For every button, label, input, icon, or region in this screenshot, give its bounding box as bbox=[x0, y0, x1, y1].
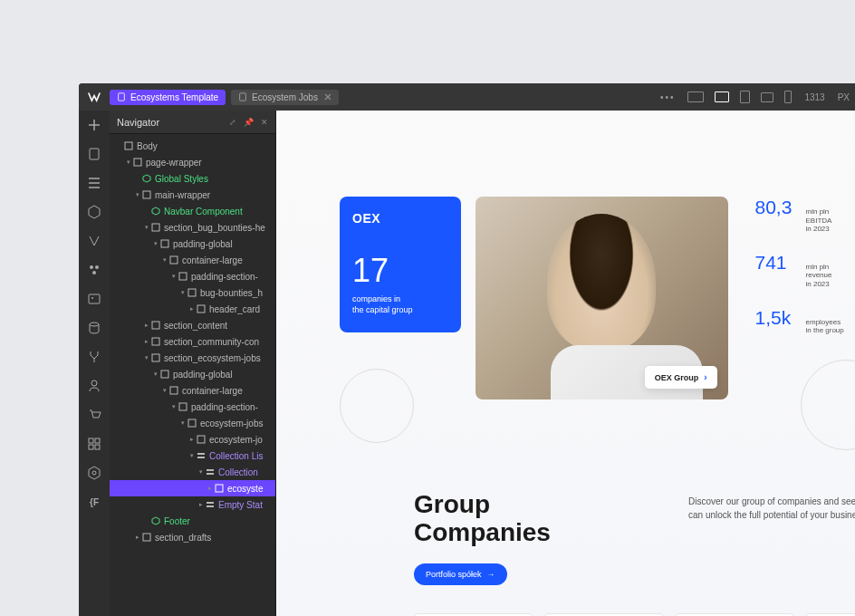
tab-ecosystem-jobs[interactable]: Ecosystem Jobs bbox=[231, 90, 339, 105]
tree-node-footer[interactable]: Footer bbox=[110, 513, 275, 529]
tree-node-section-ecosystem-jobs[interactable]: ▾section_ecosystem-jobs bbox=[110, 350, 275, 366]
tree-node-ecosystem-jobs[interactable]: ▾ecosystem-jobs bbox=[110, 415, 275, 431]
tree-node-label: section_community-con bbox=[164, 337, 259, 347]
tree-node-bug-bounties-h[interactable]: ▾bug-bounties_h bbox=[110, 284, 275, 301]
expand-arrow-icon[interactable]: ▾ bbox=[178, 419, 187, 427]
tree-node-ecosyste[interactable]: ▸ecosyste bbox=[110, 480, 275, 496]
variables-icon[interactable] bbox=[87, 234, 101, 248]
svg-point-9 bbox=[91, 380, 97, 386]
expand-arrow-icon[interactable]: ▸ bbox=[142, 322, 151, 329]
svg-rect-33 bbox=[197, 457, 205, 458]
tree-node-ecosystem-jo[interactable]: ▸ecosystem-jo bbox=[110, 431, 275, 448]
tree-node-label: Collection Lis bbox=[209, 451, 263, 461]
tree-node-section-community-con[interactable]: ▸section_community-con bbox=[110, 333, 275, 350]
collapse-icon[interactable]: ⤢ bbox=[229, 118, 236, 127]
expand-arrow-icon[interactable]: ▸ bbox=[142, 338, 151, 345]
expand-arrow-icon[interactable]: ▸ bbox=[197, 501, 206, 508]
expand-arrow-icon[interactable]: ▾ bbox=[160, 387, 169, 394]
mobile-icon[interactable] bbox=[784, 91, 792, 103]
pin-icon[interactable]: 📌 bbox=[244, 118, 254, 127]
expand-arrow-icon[interactable]: ▾ bbox=[160, 256, 169, 264]
tree-node-section-bug-bounties-he[interactable]: ▾section_bug_bounties-he bbox=[110, 219, 275, 236]
tab-label: Ecosystem Jobs bbox=[252, 92, 318, 102]
laptop-icon[interactable] bbox=[715, 91, 729, 102]
desktop-icon[interactable] bbox=[687, 91, 704, 102]
settings-icon[interactable] bbox=[87, 466, 101, 480]
box-icon bbox=[169, 255, 178, 265]
tree-node-header-card[interactable]: ▸header_card bbox=[110, 301, 275, 317]
expand-arrow-icon[interactable]: ▾ bbox=[187, 452, 197, 459]
tree-node-navbar-component[interactable]: Navbar Component bbox=[110, 203, 275, 219]
expand-arrow-icon[interactable]: ▾ bbox=[169, 273, 178, 280]
expand-arrow-icon[interactable]: ▾ bbox=[178, 289, 187, 296]
add-element-icon[interactable] bbox=[87, 118, 101, 132]
tree-node-padding-global[interactable]: ▾padding-global bbox=[110, 366, 275, 382]
more-menu-icon[interactable]: ••• bbox=[660, 92, 676, 102]
svg-point-5 bbox=[92, 271, 96, 274]
tree-node-body[interactable]: Body bbox=[110, 138, 275, 154]
expand-arrow-icon[interactable]: ▸ bbox=[133, 534, 142, 541]
style-icon[interactable] bbox=[87, 263, 101, 277]
tree-node-label: container-large bbox=[182, 386, 243, 396]
decorative-circle bbox=[340, 369, 414, 443]
tab-ecosystems-template[interactable]: Ecosystems Template bbox=[110, 90, 226, 105]
tree-node-label: main-wrapper bbox=[155, 190, 210, 200]
tree-node-label: section_bug_bounties-he bbox=[164, 223, 265, 233]
expand-arrow-icon[interactable]: ▸ bbox=[187, 436, 197, 443]
users-icon[interactable] bbox=[87, 379, 101, 393]
portfolio-button[interactable]: Portfolio spółek → bbox=[414, 563, 507, 585]
expand-arrow-icon[interactable]: ▸ bbox=[206, 485, 215, 492]
expand-arrow-icon[interactable]: ▸ bbox=[187, 305, 197, 313]
assets-icon[interactable] bbox=[87, 292, 101, 306]
expand-arrow-icon[interactable]: ▾ bbox=[197, 468, 206, 476]
expand-arrow-icon[interactable]: ▾ bbox=[142, 224, 151, 231]
close-icon[interactable] bbox=[324, 93, 331, 101]
box-icon bbox=[178, 402, 187, 411]
close-panel-icon[interactable]: ✕ bbox=[261, 118, 268, 127]
oex-info-card[interactable]: OEX 17 companies in the capital group bbox=[340, 197, 461, 332]
components-icon[interactable] bbox=[87, 205, 101, 219]
coll-icon bbox=[206, 500, 215, 509]
tree-node-empty-stat[interactable]: ▸Empty Stat bbox=[110, 496, 275, 513]
svg-rect-19 bbox=[161, 240, 168, 247]
svg-rect-29 bbox=[179, 403, 187, 410]
box-icon bbox=[215, 484, 224, 493]
tree-node-collection-lis[interactable]: ▾Collection Lis bbox=[110, 448, 275, 464]
cms-icon[interactable] bbox=[87, 321, 101, 335]
tree-node-page-wrapper[interactable]: ▾page-wrapper bbox=[110, 154, 275, 170]
tablet-icon[interactable] bbox=[740, 91, 750, 103]
expand-arrow-icon[interactable]: ▾ bbox=[169, 403, 178, 410]
tablet-landscape-icon[interactable] bbox=[761, 92, 773, 102]
apps-icon[interactable] bbox=[87, 437, 101, 451]
expand-arrow-icon[interactable]: ▾ bbox=[151, 240, 160, 247]
expand-arrow-icon[interactable]: ▾ bbox=[151, 371, 160, 378]
tree-node-container-large[interactable]: ▾container-large bbox=[110, 382, 275, 399]
tree-node-padding-section-[interactable]: ▾padding-section- bbox=[110, 399, 275, 415]
expand-arrow-icon[interactable]: ▾ bbox=[124, 159, 133, 166]
pages-icon[interactable] bbox=[87, 147, 101, 161]
design-canvas[interactable]: OEX 17 companies in the capital group OE… bbox=[276, 111, 855, 616]
expand-arrow-icon[interactable]: ▾ bbox=[133, 191, 142, 198]
finsweet-icon[interactable]: {F bbox=[87, 495, 101, 509]
canvas-width-value[interactable]: 1313 bbox=[804, 92, 824, 102]
tree-node-section-drafts[interactable]: ▸section_drafts bbox=[110, 529, 275, 545]
expand-arrow-icon[interactable]: ▾ bbox=[142, 354, 151, 361]
tree-node-container-large[interactable]: ▾container-large bbox=[110, 252, 275, 268]
webflow-logo-icon[interactable] bbox=[84, 87, 104, 107]
logic-icon[interactable] bbox=[87, 350, 101, 364]
oex-subtitle: companies in the capital group bbox=[352, 294, 448, 315]
tree-node-main-wrapper[interactable]: ▾main-wrapper bbox=[110, 187, 275, 203]
svg-point-4 bbox=[95, 265, 99, 269]
tree-node-collection[interactable]: ▾Collection bbox=[110, 464, 275, 480]
tree-node-label: ecosystem-jo bbox=[209, 435, 263, 445]
tree-node-padding-section-[interactable]: ▾padding-section- bbox=[110, 268, 275, 284]
tree-node-section-content[interactable]: ▸section_content bbox=[110, 317, 275, 333]
oex-group-button[interactable]: OEX Group › bbox=[645, 366, 717, 389]
tree-node-global-styles[interactable]: Global Styles bbox=[110, 170, 275, 187]
navigator-icon[interactable] bbox=[87, 176, 101, 190]
ecommerce-icon[interactable] bbox=[87, 408, 101, 422]
tree-node-padding-global[interactable]: ▾padding-global bbox=[110, 236, 275, 252]
tree-node-label: Collection bbox=[218, 467, 258, 477]
navigator-header: Navigator ⤢ 📌 ✕ bbox=[110, 111, 275, 134]
svg-rect-22 bbox=[188, 289, 196, 296]
